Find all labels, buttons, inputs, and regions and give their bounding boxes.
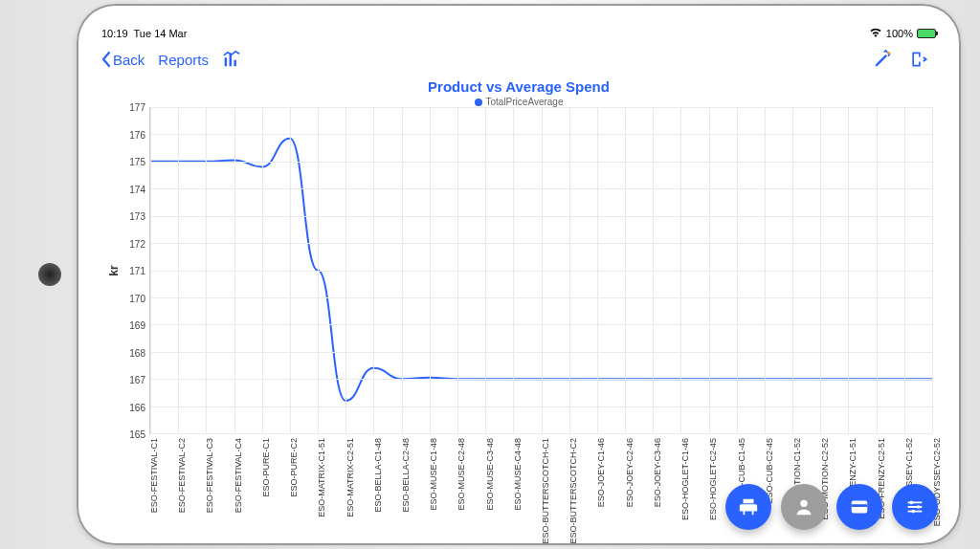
x-tick-label: ESO-MUSE-C3-48 bbox=[485, 438, 495, 511]
x-tick-label: ESO-FESTIVAL-C3 bbox=[205, 438, 214, 513]
wifi-icon bbox=[869, 28, 882, 39]
svg-point-6 bbox=[911, 510, 915, 514]
device-frame: 10:19 Tue 14 Mar 100% Back bbox=[0, 0, 980, 549]
x-tick-label: ESO-MUSE-C1-48 bbox=[429, 438, 438, 511]
x-tick-label: ESO-JOEY-C1-46 bbox=[596, 438, 606, 507]
y-tick: 173 bbox=[129, 211, 145, 222]
device-bezel: 10:19 Tue 14 Mar 100% Back bbox=[77, 4, 961, 545]
export-icon[interactable] bbox=[909, 50, 928, 69]
battery-icon bbox=[917, 29, 936, 38]
y-tick: 165 bbox=[129, 429, 145, 440]
y-tick: 174 bbox=[129, 184, 145, 194]
y-axis-label: kr bbox=[107, 265, 121, 275]
y-tick: 166 bbox=[129, 402, 145, 412]
chart-container: Product vs Average Spend TotalPriceAvera… bbox=[98, 77, 940, 524]
x-tick-label: ESO-PURE-C1 bbox=[261, 438, 271, 497]
status-date: Tue 14 Mar bbox=[134, 28, 188, 39]
x-tick-label: ESO-HOGLET-C2-45 bbox=[708, 438, 718, 520]
y-tick: 177 bbox=[129, 102, 145, 113]
y-tick: 169 bbox=[129, 320, 145, 331]
x-tick-label: ESO-FESTIVAL-C2 bbox=[177, 438, 187, 513]
svg-rect-3 bbox=[852, 504, 868, 507]
x-tick-label: ESO-MUSE-C2-48 bbox=[457, 438, 466, 511]
edit-tools-icon[interactable] bbox=[873, 50, 892, 69]
y-tick: 176 bbox=[129, 129, 145, 140]
y-axis-label-container: kr bbox=[105, 107, 122, 434]
x-tick-label: ESO-FESTIVAL-C1 bbox=[149, 438, 159, 513]
x-tick-label: ESO-HOGLET-C1-46 bbox=[680, 438, 690, 520]
status-time: 10:19 bbox=[101, 28, 128, 39]
x-tick-label: ESO-JOEY-C3-46 bbox=[653, 438, 662, 507]
y-axis-ticks: 165166167168169170171172173174175176177 bbox=[122, 107, 149, 434]
reports-link[interactable]: Reports bbox=[158, 52, 209, 68]
y-tick: 170 bbox=[129, 293, 145, 303]
x-tick-label: ESO-JOEY-C2-46 bbox=[625, 438, 635, 507]
x-tick-label: ESO-FESTIVAL-C4 bbox=[234, 438, 243, 513]
home-button[interactable] bbox=[38, 263, 61, 286]
y-tick: 175 bbox=[129, 157, 145, 167]
y-tick: 167 bbox=[129, 375, 145, 385]
back-button[interactable]: Back bbox=[101, 52, 145, 68]
svg-point-5 bbox=[917, 505, 921, 509]
nav-bar: Back Reports bbox=[98, 42, 940, 77]
status-bar: 10:19 Tue 14 Mar 100% bbox=[98, 25, 940, 42]
legend-marker bbox=[475, 99, 482, 106]
y-tick: 168 bbox=[129, 347, 145, 358]
x-tick-label: ESO-BUTTERSCOTCH-C1 bbox=[541, 438, 550, 544]
x-tick-label: ESO-PURE-C2 bbox=[289, 438, 299, 497]
y-tick: 171 bbox=[129, 266, 145, 276]
plot-area bbox=[149, 107, 932, 434]
battery-pct: 100% bbox=[886, 28, 913, 39]
legend-label: TotalPriceAverage bbox=[486, 97, 564, 107]
chart-legend: TotalPriceAverage bbox=[105, 97, 932, 107]
chart-icon[interactable] bbox=[222, 51, 241, 68]
svg-point-1 bbox=[800, 500, 807, 507]
fab-row bbox=[725, 484, 938, 530]
x-tick-label: ESO-MUSE-C4-48 bbox=[513, 438, 523, 511]
svg-point-0 bbox=[887, 52, 890, 55]
x-tick-label: ESO-BUTTERSCOTCH-C2 bbox=[568, 438, 578, 544]
fab-card[interactable] bbox=[836, 484, 882, 530]
y-tick: 172 bbox=[129, 238, 145, 249]
chevron-left-icon bbox=[101, 52, 111, 67]
x-tick-label: ESO-BELLA-C2-48 bbox=[401, 438, 411, 513]
chart-title: Product vs Average Spend bbox=[105, 78, 932, 95]
fab-user[interactable] bbox=[781, 484, 827, 530]
fab-sliders[interactable] bbox=[892, 484, 938, 530]
app-screen: 10:19 Tue 14 Mar 100% Back bbox=[98, 25, 940, 524]
x-tick-label: ESO-MATRIX-C1-51 bbox=[317, 438, 326, 517]
back-label: Back bbox=[113, 52, 145, 68]
x-tick-label: ESO-BELLA-C1-48 bbox=[373, 438, 383, 513]
fab-print[interactable] bbox=[725, 484, 771, 530]
x-tick-label: ESO-MATRIX-C2-51 bbox=[345, 438, 355, 517]
svg-point-4 bbox=[910, 501, 914, 505]
